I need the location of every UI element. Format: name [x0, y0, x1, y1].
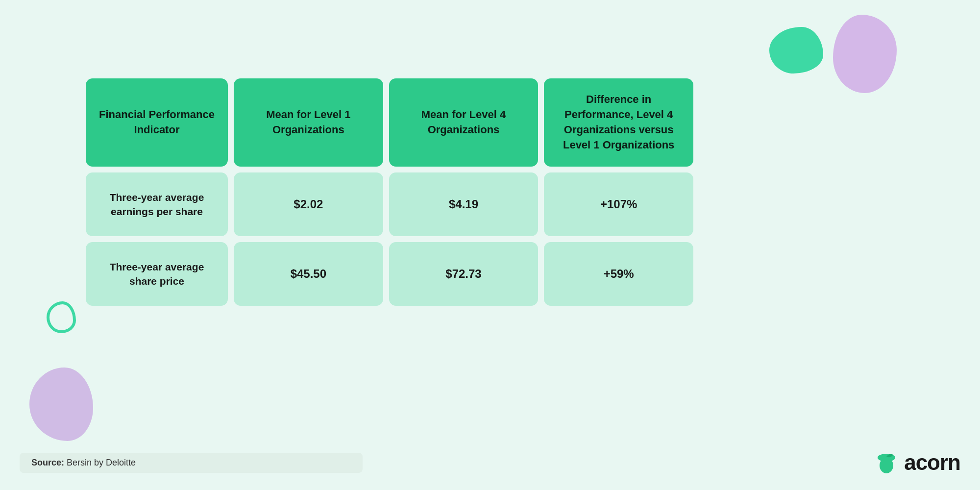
- table-row-2-level4: $72.73: [389, 242, 539, 306]
- source-text: Bersin by Deloitte: [64, 458, 136, 467]
- logo-text: acorn: [904, 450, 960, 475]
- main-content: Financial Performance Indicator Mean for…: [86, 78, 894, 306]
- table-row-1-level1: $2.02: [234, 172, 383, 236]
- decorative-blob-teal-top-right: [769, 27, 823, 74]
- logo-area: acorn: [875, 450, 960, 475]
- decorative-blob-purple-bottom-left: [29, 368, 93, 441]
- table-header-indicator: Financial Performance Indicator: [86, 78, 228, 167]
- table-row-2-diff: +59%: [544, 242, 693, 306]
- table-header-diff: Difference in Performance, Level 4 Organ…: [544, 78, 693, 167]
- data-table: Financial Performance Indicator Mean for…: [86, 78, 693, 306]
- footer: Source: Bersin by Deloitte acorn: [0, 450, 980, 475]
- table-row-1-level4: $4.19: [389, 172, 539, 236]
- table-header-level4: Mean for Level 4 Organizations: [389, 78, 539, 167]
- table-header-level1: Mean for Level 1 Organizations: [234, 78, 383, 167]
- source-attribution: Source: Bersin by Deloitte: [20, 453, 363, 473]
- table-row-1-diff: +107%: [544, 172, 693, 236]
- table-row-1-label: Three-year average earnings per share: [86, 172, 228, 236]
- source-label: Source:: [31, 458, 64, 467]
- table-row-2-label: Three-year average share price: [86, 242, 228, 306]
- svg-point-2: [880, 458, 893, 473]
- decorative-blob-teal-left-outline: [47, 301, 76, 333]
- acorn-logo-icon: [875, 450, 898, 475]
- table-row-2-level1: $45.50: [234, 242, 383, 306]
